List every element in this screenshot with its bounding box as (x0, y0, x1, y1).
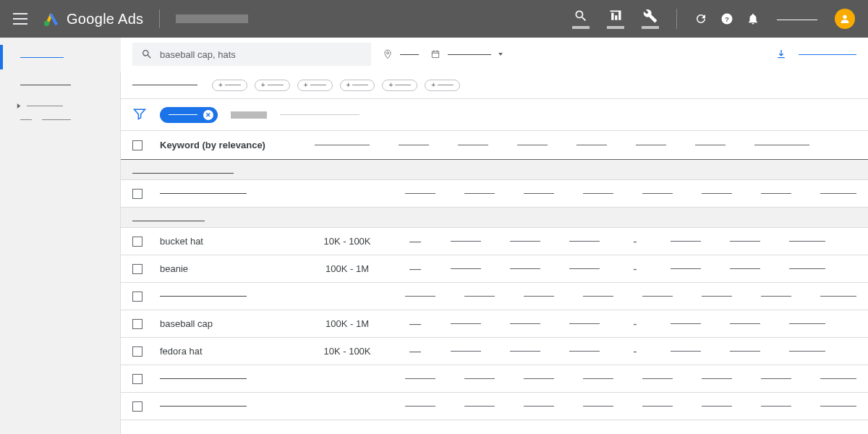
keyword-cell (160, 406, 295, 407)
keyword-cell (160, 378, 295, 379)
app-header: Google Ads ? (0, 0, 868, 38)
keyword-cell (160, 296, 295, 297)
ads-logo-icon (43, 11, 59, 27)
download-link[interactable] (799, 54, 856, 55)
row-checkbox[interactable] (132, 346, 142, 357)
filter-icon[interactable] (132, 106, 147, 123)
filter-badge (231, 111, 267, 119)
header-search-button[interactable] (572, 9, 590, 29)
row-checkbox[interactable] (132, 189, 142, 199)
row-checkbox[interactable] (132, 401, 142, 412)
search-icon (141, 48, 153, 60)
sidebar-nested[interactable] (0, 119, 121, 120)
keyword-cell: bucket hat (160, 236, 297, 247)
section-provided (121, 160, 868, 180)
col-5[interactable] (576, 145, 607, 145)
calendar-icon (430, 49, 441, 59)
svg-point-3 (843, 15, 846, 19)
refine-chip-5[interactable]: + (425, 80, 460, 91)
remove-filter-icon[interactable]: ✕ (203, 110, 213, 120)
keyword-cell: fedora hat (160, 346, 297, 357)
user-avatar[interactable] (835, 9, 855, 29)
refresh-icon[interactable] (694, 12, 707, 25)
location-selector[interactable] (383, 49, 419, 59)
col-8[interactable] (754, 145, 809, 145)
keyword-search[interactable] (132, 43, 371, 66)
refine-chip-2[interactable]: + (297, 80, 333, 91)
search-toolbar (121, 38, 868, 72)
select-all-checkbox[interactable] (132, 140, 142, 150)
table-row[interactable] (121, 393, 868, 420)
table-row[interactable]: bucket hat10K - 100K—- (121, 228, 868, 255)
svg-point-0 (44, 21, 49, 26)
refine-chip-3[interactable]: + (340, 80, 375, 91)
col-3[interactable] (458, 145, 488, 145)
sidebar-item-0[interactable] (0, 43, 121, 71)
account-name[interactable] (176, 14, 248, 23)
user-email (777, 20, 817, 20)
table-row[interactable] (121, 283, 868, 310)
location-icon (383, 49, 393, 59)
provided-row[interactable] (121, 180, 868, 208)
refine-label (132, 85, 197, 85)
row-checkbox[interactable] (132, 319, 142, 329)
col-keyword[interactable]: Keyword (by relevance) (160, 140, 297, 150)
svg-rect-5 (432, 51, 438, 58)
svg-text:?: ? (725, 15, 729, 23)
col-6[interactable] (636, 145, 666, 145)
col-7[interactable] (695, 145, 726, 145)
row-checkbox[interactable] (132, 292, 142, 302)
volume-cell: 10K - 100K (315, 236, 380, 247)
keyword-table: Keyword (by relevance) (121, 131, 868, 434)
section-ideas (121, 208, 868, 228)
refine-chip-1[interactable]: + (255, 80, 290, 91)
refine-chip-4[interactable]: + (382, 80, 417, 91)
active-filter-pill[interactable]: ✕ (160, 107, 218, 123)
table-row[interactable]: baseball cap100K - 1M—- (121, 310, 868, 338)
search-input[interactable] (160, 49, 362, 60)
refine-chip-0[interactable]: + (212, 80, 247, 91)
header-tools-button[interactable] (642, 9, 659, 29)
table-row[interactable]: beanie100K - 1M—- (121, 255, 868, 283)
row-checkbox[interactable] (132, 374, 142, 384)
date-selector[interactable] (430, 49, 503, 59)
keyword-cell: beanie (160, 263, 297, 274)
header-reports-button[interactable] (607, 9, 624, 29)
menu-icon[interactable] (13, 13, 27, 25)
sidebar-expand[interactable] (0, 98, 121, 114)
help-icon[interactable]: ? (720, 12, 733, 25)
volume-cell: 100K - 1M (315, 318, 380, 329)
col-1[interactable] (315, 145, 370, 145)
sidebar-item-1[interactable] (0, 71, 121, 98)
keyword-cell: baseball cap (160, 318, 297, 329)
left-sidebar (0, 38, 121, 434)
brand-block: Google Ads (43, 11, 143, 27)
refine-row: + + + + + + (121, 72, 868, 99)
row-checkbox[interactable] (132, 264, 142, 274)
volume-cell: 100K - 1M (315, 263, 380, 274)
col-2[interactable] (399, 145, 429, 145)
table-row[interactable]: fedora hat10K - 100K—- (121, 338, 868, 365)
row-checkbox[interactable] (132, 237, 142, 247)
brand-text: Google Ads (67, 11, 143, 27)
svg-point-4 (387, 52, 389, 54)
download-icon[interactable] (775, 48, 787, 60)
table-header: Keyword (by relevance) (121, 131, 868, 160)
add-filter[interactable] (280, 114, 359, 115)
col-4[interactable] (517, 145, 548, 145)
table-row[interactable] (121, 365, 868, 393)
filter-row: ✕ (121, 99, 868, 131)
volume-cell: 10K - 100K (315, 346, 380, 357)
notifications-icon[interactable] (746, 12, 760, 25)
